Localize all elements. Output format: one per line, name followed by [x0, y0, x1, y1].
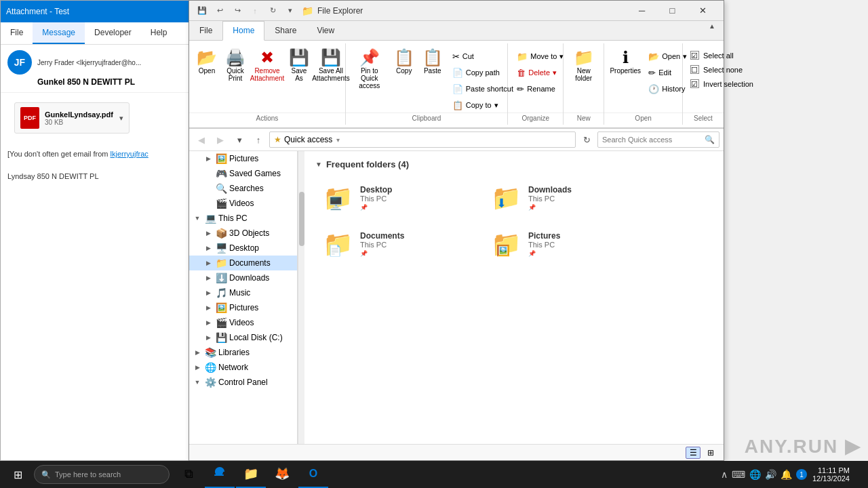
minimize-btn[interactable]: ─	[627, 1, 657, 21]
tree-label: Music	[229, 288, 250, 298]
back-btn: ◀	[193, 131, 210, 148]
tree-item-local-disk[interactable]: ▶ 💾 Local Disk (C:)	[189, 330, 297, 345]
select-all-btn[interactable]: ☑ Select all	[687, 49, 762, 62]
open-btn[interactable]: 📂 Open	[193, 46, 220, 84]
rename-btn[interactable]: ✏ Rename	[512, 81, 568, 96]
move-to-btn[interactable]: 📁 Move to▾	[512, 49, 568, 64]
redo-btn[interactable]: ↪	[230, 5, 245, 17]
paste-btn[interactable]: 📋 Paste	[419, 46, 446, 84]
tab-message[interactable]: Message	[33, 22, 85, 44]
quick-access-toolbar: 💾 ↩ ↪ ↑ ↻ ▾	[195, 3, 298, 18]
attachment-tile[interactable]: PDF GunkelLyndsay.pdf 30 KB ▾	[14, 102, 130, 134]
tab-help[interactable]: Help	[141, 22, 177, 44]
recent-btn[interactable]: ▾	[231, 131, 248, 148]
properties-btn[interactable]: ℹ Properties	[608, 46, 642, 84]
tree-item-pictures-pc[interactable]: ▶ 🖼️ Pictures	[189, 300, 297, 315]
tree-item-music[interactable]: ▶ 🎵 Music	[189, 285, 297, 300]
save-as-btn[interactable]: 💾 Save As	[285, 46, 313, 84]
notification-icon[interactable]: 🔔	[781, 469, 792, 480]
taskbar-right: ∧ ⌨ 🌐 🔊 🔔 1 11:11 PM 12/13/2024	[721, 466, 865, 483]
tree-item-desktop[interactable]: ▶ 🖥️ Desktop	[189, 241, 297, 256]
refresh-addr-btn[interactable]: ↻	[578, 131, 595, 148]
tree-item-videos-pc[interactable]: ▶ 🎬 Videos	[189, 315, 297, 330]
folder-tile-downloads[interactable]: 📁 ⬇ Downloads This PC 📌	[484, 178, 646, 218]
tab-share[interactable]: Share	[264, 21, 307, 40]
copy-btn[interactable]: 📋 Copy	[391, 46, 418, 84]
copy-to-icon: 📋	[452, 100, 463, 110]
path-dropdown-icon[interactable]: ▾	[336, 136, 340, 144]
saved-games-icon: 🎮	[216, 168, 227, 179]
tree-item-videos-qa[interactable]: 🎬 Videos	[189, 196, 297, 211]
volume-icon[interactable]: 🔊	[765, 469, 776, 480]
desktop-name: Desktop	[360, 185, 392, 195]
downloads-folder-icon: 📁 ⬇	[491, 184, 521, 212]
network-icon[interactable]: 🌐	[749, 469, 761, 480]
tree-item-documents[interactable]: ▶ 📁 Documents	[189, 256, 297, 270]
save-all-btn[interactable]: 💾 Save All Attachments	[314, 46, 348, 84]
tree-item-libraries[interactable]: ▶ 📚 Libraries	[189, 345, 297, 360]
firefox-btn[interactable]: 🦊	[267, 461, 297, 488]
tab-view[interactable]: View	[307, 21, 344, 40]
ribbon-collapse-btn[interactable]: ▲	[706, 21, 718, 31]
pictures-folder-icon: 📁 🖼️	[491, 230, 521, 258]
outlook-taskbar-btn[interactable]: O	[298, 461, 328, 488]
remove-icon: ✖	[260, 49, 274, 66]
tree-item-downloads[interactable]: ▶ ⬇️ Downloads	[189, 270, 297, 285]
expand-icon: ▶	[192, 362, 203, 373]
folder-tile-documents[interactable]: 📁 📄 Documents This PC 📌	[315, 224, 478, 264]
keyboard-icon[interactable]: ⌨	[732, 469, 745, 480]
undo-btn[interactable]: ↩	[212, 5, 227, 17]
tree-item-network[interactable]: ▶ 🌐 Network	[189, 360, 297, 375]
refresh-btn[interactable]: ↻	[265, 5, 280, 17]
tab-developer[interactable]: Developer	[85, 22, 141, 44]
attachment-dropdown[interactable]: ▾	[119, 114, 123, 123]
scrollbar-thumb[interactable]	[299, 192, 304, 246]
new-folder-btn[interactable]: 📁 New folder	[568, 46, 599, 84]
save-btn[interactable]: 💾	[195, 5, 210, 17]
folder-tile-desktop[interactable]: 📁 🖥️ Desktop This PC 📌	[315, 178, 478, 218]
folder-tile-pictures[interactable]: 📁 🖼️ Pictures This PC 📌	[484, 224, 646, 264]
tray-up-icon[interactable]: ∧	[721, 469, 728, 480]
edge-btn[interactable]	[205, 461, 235, 488]
remove-attachment-btn[interactable]: ✖ Remove Attachment	[250, 46, 284, 84]
tab-file[interactable]: File	[189, 21, 222, 40]
list-view-btn[interactable]: ☰	[686, 447, 701, 459]
outlook-title: Attachment - Test	[6, 7, 69, 16]
search-input[interactable]	[602, 136, 702, 144]
taskview-btn[interactable]: ⧉	[174, 461, 203, 488]
tab-file[interactable]: File	[1, 22, 33, 44]
downloads-sub: This PC	[528, 195, 572, 203]
down-arrow-btn[interactable]: ▾	[283, 5, 298, 17]
select-none-btn[interactable]: ☐ Select none	[687, 63, 762, 76]
outlook-window: Attachment - Test File Message Developer…	[0, 0, 190, 461]
copy-icon: 📋	[394, 49, 414, 66]
file-explorer-taskbar-btn[interactable]: 📁	[236, 461, 266, 488]
taskbar-search[interactable]: 🔍 Type here to search	[34, 465, 170, 484]
address-path[interactable]: ★ Quick access ▾	[269, 131, 576, 148]
invert-selection-btn[interactable]: ☑ Invert selection	[687, 77, 762, 90]
tree-item-pictures-qa[interactable]: ▶ 🖼️ Pictures	[189, 151, 297, 166]
tab-home[interactable]: Home	[222, 21, 264, 41]
tree-item-control-panel[interactable]: ▼ ⚙️ Control Panel	[189, 375, 297, 390]
up-dir-btn[interactable]: ↑	[250, 131, 267, 148]
tiles-view-btn[interactable]: ⊞	[703, 447, 718, 459]
email-link[interactable]: lkjerryujfrac	[111, 150, 149, 158]
tree-scrollbar[interactable]	[298, 151, 304, 444]
pin-to-quick-access-btn[interactable]: 📌 Pin to Quick access	[350, 46, 389, 92]
downloads-pin: 📌	[528, 204, 572, 211]
maximize-btn[interactable]: □	[657, 1, 688, 21]
print-icon: 🖨️	[225, 49, 245, 66]
delete-btn[interactable]: 🗑 Delete▾	[512, 65, 568, 80]
tree-item-saved-games[interactable]: 🎮 Saved Games	[189, 166, 297, 181]
system-time[interactable]: 11:11 PM 12/13/2024	[812, 466, 850, 483]
pictures-pc-icon: 🖼️	[216, 302, 227, 313]
new-folder-icon: 📁	[574, 49, 594, 66]
quick-print-btn[interactable]: 🖨️ Quick Print	[222, 46, 249, 84]
tree-item-this-pc[interactable]: ▼ 💻 This PC	[189, 211, 297, 226]
section-chevron[interactable]: ▼	[315, 161, 322, 168]
tree-item-3d-objects[interactable]: ▶ 📦 3D Objects	[189, 226, 297, 241]
start-button[interactable]: ⊞	[3, 461, 33, 488]
tree-item-searches[interactable]: 🔍 Searches	[189, 181, 297, 196]
close-btn[interactable]: ✕	[688, 1, 718, 21]
expand-icon: ▶	[203, 302, 214, 313]
